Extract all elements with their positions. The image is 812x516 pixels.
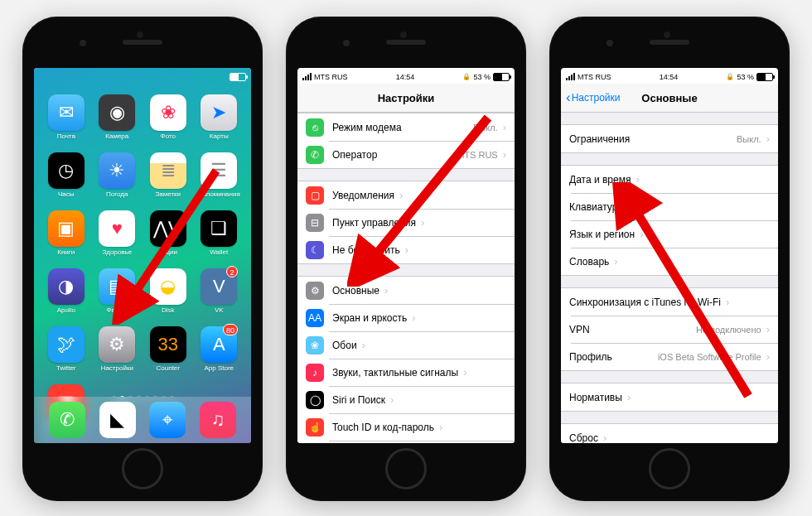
dock-app[interactable]: ♫ [200,402,236,438]
app-Фото[interactable]: ❀Фото [144,94,192,147]
row-label: Ограничения [569,133,630,145]
status-bar: MTS RUS 14:54 🔒53 % [297,68,515,84]
settings-row[interactable]: AAЭкран и яркость› [297,304,515,331]
app-label: Apollo [57,306,75,314]
app-icon: ◑ [48,268,85,305]
chevron-icon: › [384,284,388,297]
app-Настройки[interactable]: ⚙︎Настройки [94,326,142,379]
settings-row[interactable]: ❀Обои› [297,331,515,359]
app-label: VK [215,306,224,314]
settings-row[interactable]: ◯Siri и Поиск› [297,386,515,413]
settings-row[interactable]: ♪Звуки, тактильные сигналы› [297,359,515,386]
row-label: Профиль [569,351,612,363]
settings-row[interactable]: ☝Touch ID и код-пароль› [297,413,515,441]
row-label: Не беспокоить [332,244,400,256]
app-Акции[interactable]: ⋀⋁Акции [144,210,192,263]
app-label: Книги [57,248,75,256]
row-label: Экран и яркость [332,312,407,324]
home-button[interactable] [649,448,690,489]
app-label: Напоминания [198,190,240,198]
app-Часы[interactable]: ◷Часы [42,152,90,205]
status-bar: MTS RUS 14:54 🔒53 % [561,68,778,84]
chevron-icon: › [463,366,466,379]
row-value: Выкл. [737,134,761,144]
app-Заметки[interactable]: ≣Заметки [144,152,192,205]
app-Камера[interactable]: ◉Камера [94,94,142,147]
chevron-icon: › [390,393,394,406]
row-label: Оператор [332,149,377,161]
dock-app[interactable]: ⌖ [149,402,186,438]
dock-app[interactable]: ✆ [49,402,85,438]
chevron-icon: › [421,216,424,229]
app-Почта[interactable]: ✉︎Почта [42,94,90,147]
chevron-icon: › [399,189,403,201]
row-value: Выкл. [473,123,498,133]
back-button[interactable]: ‹Настройки [566,92,621,104]
settings-row[interactable]: Синхронизация с iTunes по Wi-Fi› [561,288,778,316]
settings-row[interactable]: Язык и регион› [561,220,778,248]
app-VK[interactable]: VVK2 [196,268,244,321]
settings-row[interactable]: Нормативы› [561,383,778,411]
app-Wallet[interactable]: ❏Wallet [196,210,244,263]
app-icon: ≣ [150,152,186,189]
row-value: Не подключено [696,325,761,335]
row-label: Уведомления [332,190,394,201]
settings-row[interactable]: ПрофильiOS Beta Software Profile› [561,343,778,370]
settings-row[interactable]: ⎋Режим модемаВыкл.› [297,113,515,141]
row-label: Дата и время [569,174,631,186]
row-label: Режим модема [332,122,402,133]
app-icon: ☰ [201,152,237,189]
notification-badge: 2 [226,266,238,277]
app-Карты[interactable]: ➤Карты [196,94,244,147]
home-button[interactable] [122,448,163,489]
app-Disk[interactable]: ◒Disk [144,268,192,321]
chevron-icon: › [636,173,639,186]
app-icon: ⋀⋁ [150,210,186,247]
app-icon: ⚙︎ [99,326,135,363]
app-icon: ◒ [150,268,186,305]
chevron-icon: › [766,323,770,335]
row-label: Синхронизация с iTunes по Wi-Fi [569,297,721,308]
chevron-icon: › [405,244,408,256]
chevron-icon: › [640,228,643,240]
row-icon: ♪ [306,364,324,382]
settings-row[interactable]: SOSЭкстренный вызов — SOS› [297,441,515,443]
chevron-icon: › [503,148,506,161]
app-Напоминания[interactable]: ☰Напоминания [196,152,244,205]
app-label: Disk [162,306,175,314]
dock: ✆◣⌖♫ [34,397,251,443]
row-label: Touch ID и код-пароль [332,422,434,433]
settings-row[interactable]: ⊟Пункт управления› [297,209,515,236]
app-icon: ♥ [99,210,135,247]
settings-row[interactable]: VPNНе подключено› [561,316,778,343]
settings-row[interactable]: ОграниченияВыкл.› [561,125,778,152]
app-Файлы[interactable]: ▤Файлы [94,268,142,321]
page-title: Основные [641,92,697,104]
app-icon: ◷ [48,152,85,189]
settings-row[interactable]: Словарь› [561,248,778,275]
settings-row[interactable]: Сброс› [561,424,778,443]
app-Counter[interactable]: 33Counter [144,326,192,379]
home-button[interactable] [385,448,427,489]
app-Здоровье[interactable]: ♥Здоровье [94,210,142,263]
app-label: Twitter [56,364,76,372]
app-label: App Store [204,364,234,372]
app-label: Фото [161,133,176,140]
app-Погода[interactable]: ☀︎Погода [94,152,142,205]
row-label: Язык и регион [569,229,635,240]
dock-app[interactable]: ◣ [99,402,136,438]
row-label: Обои [332,340,357,351]
settings-row[interactable]: Клавиатура› [561,193,778,220]
settings-row[interactable]: ⚙︎Основные› [297,277,515,304]
app-App Store[interactable]: AApp Store80 [196,326,244,379]
app-Twitter[interactable]: 🕊Twitter [42,326,90,379]
app-icon: ✉︎ [48,94,85,131]
row-icon: ⚙︎ [306,282,324,300]
settings-row[interactable]: Дата и время› [561,166,778,193]
app-Apollo[interactable]: ◑Apollo [42,268,90,321]
settings-row[interactable]: ☾Не беспокоить› [297,236,515,263]
page-title: Настройки [378,92,435,104]
settings-row[interactable]: ▢Уведомления› [297,181,515,209]
settings-row[interactable]: ✆ОператорMTS RUS› [297,141,515,168]
app-Книги[interactable]: ▣Книги [42,210,90,263]
